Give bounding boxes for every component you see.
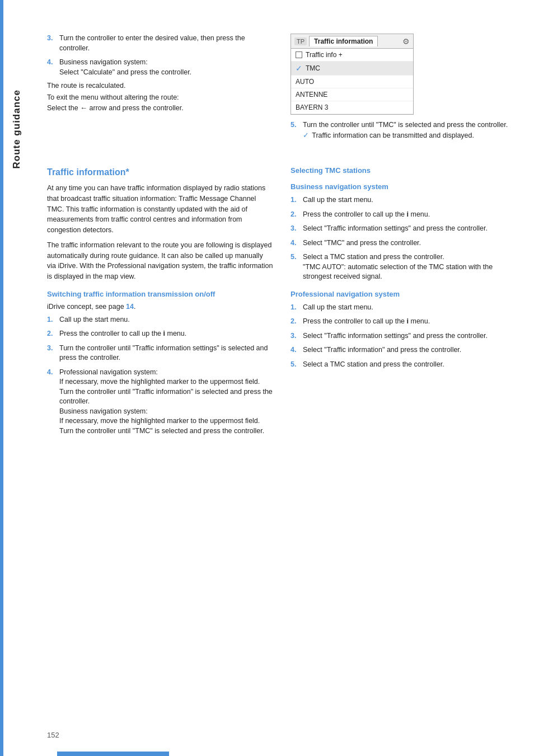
- main-content: 3. Turn the controller to enter the desi…: [30, 0, 534, 756]
- biz-step-1: 1. Call up the start menu.: [291, 195, 517, 205]
- traffic-row-1-text: Traffic info +: [306, 51, 343, 59]
- two-col-section: Traffic information* At any time you can…: [47, 158, 517, 440]
- step-3: 3. Turn the controller to enter the desi…: [47, 34, 274, 53]
- col-right: Selecting TMC stations Business navigati…: [291, 158, 517, 440]
- biz-step1-num: 1.: [291, 195, 299, 205]
- biz-step-4: 4. Select "TMC" and press the controller…: [291, 238, 517, 248]
- biz-step-3: 3. Select "Traffic information settings"…: [291, 224, 517, 234]
- idrive-prefix: iDrive concept, see page: [47, 303, 126, 311]
- page-number: 152: [47, 731, 59, 739]
- step5-text: Turn the controller until "TMC" is selec…: [303, 120, 508, 140]
- biz-step5-text: Select a TMC station and press the contr…: [303, 252, 517, 282]
- switch-step1-num: 1.: [47, 315, 56, 325]
- switch-step3-num: 3.: [47, 344, 56, 363]
- switch-step2-num: 2.: [47, 329, 56, 339]
- prof-step-4: 4. Select "Traffic information" and pres…: [291, 345, 517, 355]
- switch-step-1: 1. Call up the start menu.: [47, 315, 274, 325]
- traffic-info-heading: Traffic information*: [47, 167, 274, 177]
- traffic-row-2: ✓ TMC: [291, 62, 413, 76]
- switch-step-3: 3. Turn the controller until "Traffic in…: [47, 344, 274, 363]
- idrive-note: iDrive concept, see page 14.: [47, 303, 274, 311]
- traffic-row-5-text: BAYERN 3: [296, 104, 328, 111]
- switch-step-4: 4. Professional navigation system: If ne…: [47, 368, 274, 436]
- tick-mark: ✓: [303, 131, 309, 139]
- traffic-row-4-text: ANTENNE: [296, 91, 327, 98]
- tmc-heading: Selecting TMC stations: [291, 166, 517, 175]
- step3-text: Turn the controller to enter the desired…: [59, 34, 274, 53]
- bottom-bar: [57, 752, 169, 756]
- step-5: 5. Turn the controller until "TMC" is se…: [291, 120, 517, 140]
- biz-step2-num: 2.: [291, 210, 299, 220]
- biz-step-5: 5. Select a TMC station and press the co…: [291, 252, 517, 282]
- exit-note-text: To exit the menu without altering the ro…: [47, 93, 179, 101]
- traffic-row-3: AUTO: [291, 76, 413, 88]
- top-left: 3. Turn the controller to enter the desi…: [47, 34, 274, 145]
- prof-step1-num: 1.: [291, 303, 299, 313]
- prof-step3-text: Select "Traffic information settings" an…: [303, 331, 488, 341]
- biz-step4-num: 4.: [291, 238, 299, 248]
- tp-label: TP: [294, 37, 307, 45]
- switch-step4-text1: If necessary, move the highlighted marke…: [59, 378, 273, 405]
- traffic-info-box: TP Traffic information ⚙ Traffic info + …: [291, 34, 414, 115]
- switching-heading: Switching traffic information transmissi…: [47, 290, 274, 298]
- biz-step1-text: Call up the start menu.: [303, 195, 373, 205]
- exit-detail: Select the ← arrow and press the control…: [47, 104, 184, 112]
- biz-step3-num: 3.: [291, 224, 299, 234]
- top-section: 3. Turn the controller to enter the desi…: [47, 34, 517, 145]
- step4-text: Business navigation system: Select "Calc…: [59, 58, 191, 77]
- traffic-info-tab: Traffic information: [309, 36, 378, 46]
- switch-step2-text: Press the controller to call up the i me…: [59, 329, 186, 339]
- biz-step4-text: Select "TMC" and press the controller.: [303, 238, 421, 248]
- idrive-page: 14: [126, 303, 134, 311]
- step5-main: Turn the controller until "TMC" is selec…: [303, 121, 508, 129]
- traffic-row-3-text: AUTO: [296, 78, 314, 86]
- step-4: 4. Business navigation system: Select "C…: [47, 58, 274, 77]
- prof-nav-heading: Professional navigation system: [291, 290, 517, 298]
- biz-step3-text: Select "Traffic information settings" an…: [303, 224, 488, 234]
- biz-step5-num: 5.: [291, 252, 299, 282]
- step4-label: Business navigation system:: [59, 58, 148, 66]
- route-recalc: The route is recalculated.: [47, 82, 274, 90]
- arrow-icon: ←: [80, 104, 87, 112]
- prof-step4-text: Select "Traffic information" and press t…: [303, 345, 461, 355]
- switch-step4-text: Professional navigation system: If neces…: [59, 368, 274, 436]
- top-right: TP Traffic information ⚙ Traffic info + …: [291, 34, 517, 145]
- switch-step-2: 2. Press the controller to call up the i…: [47, 329, 274, 339]
- settings-icon: ⚙: [402, 37, 410, 46]
- switch-step3-text: Turn the controller until "Traffic infor…: [59, 344, 274, 363]
- step3-num: 3.: [47, 34, 56, 53]
- checkbox-icon: [296, 51, 302, 58]
- traffic-row-2-text: TMC: [306, 64, 320, 72]
- prof-step5-num: 5.: [291, 360, 299, 370]
- step5-tick-text: Traffic information can be transmitted a…: [312, 132, 474, 139]
- prof-step3-num: 3.: [291, 331, 299, 341]
- business-nav-heading: Business navigation system: [291, 182, 517, 191]
- sidebar: Route guidance: [3, 0, 30, 756]
- switch-step1-text: Call up the start menu.: [59, 315, 130, 325]
- traffic-info-header: TP Traffic information ⚙: [291, 34, 413, 49]
- prof-step5-text: Select a TMC station and press the contr…: [303, 360, 444, 370]
- traffic-info-rows: Traffic info + ✓ TMC AUTO ANTENNE: [291, 49, 413, 114]
- biz-step-2: 2. Press the controller to call up the i…: [291, 210, 517, 220]
- traffic-row-4: ANTENNE: [291, 88, 413, 101]
- prof-step-1: 1. Call up the start menu.: [291, 303, 517, 313]
- biz-step2-text: Press the controller to call up the i me…: [303, 210, 430, 220]
- traffic-row-1: Traffic info +: [291, 49, 413, 62]
- switch-step4-text2: If necessary, move the highlighted marke…: [59, 417, 264, 435]
- exit-note: To exit the menu without altering the ro…: [47, 93, 274, 113]
- step4-detail: Select "Calculate" and press the control…: [59, 68, 191, 76]
- step4-num: 4.: [47, 58, 56, 77]
- prof-step1-text: Call up the start menu.: [303, 303, 373, 313]
- prof-step-5: 5. Select a TMC station and press the co…: [291, 360, 517, 370]
- traffic-body-1: At any time you can have traffic informa…: [47, 183, 274, 236]
- col-left: Traffic information* At any time you can…: [47, 158, 274, 440]
- switch-step4-num: 4.: [47, 368, 56, 436]
- switch-step4-label1: Professional navigation system:: [59, 368, 158, 376]
- prof-step4-num: 4.: [291, 345, 299, 355]
- prof-step2-num: 2.: [291, 317, 299, 327]
- traffic-row-5: BAYERN 3: [291, 101, 413, 114]
- switch-step4-label2: Business navigation system:: [59, 407, 148, 415]
- prof-step-3: 3. Select "Traffic information settings"…: [291, 331, 517, 341]
- prof-step2-text: Press the controller to call up the i me…: [303, 317, 430, 327]
- checkmark-icon: ✓: [296, 64, 302, 73]
